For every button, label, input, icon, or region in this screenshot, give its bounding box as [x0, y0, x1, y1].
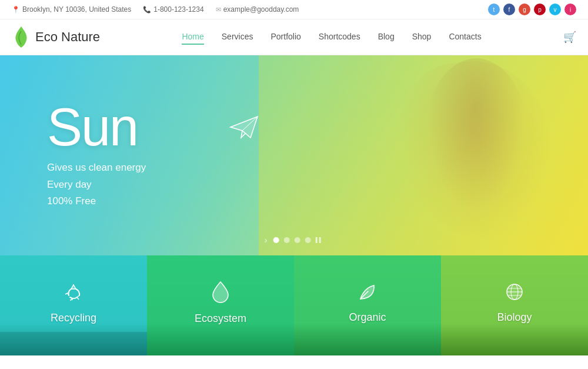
social-pinterest[interactable]: p [534, 4, 546, 15]
social-gplus[interactable]: g [519, 4, 530, 15]
social-twitter[interactable]: t [488, 4, 500, 15]
location-icon: 📍 [12, 6, 20, 14]
water-drop-icon [212, 281, 229, 308]
topbar-email: ✉ example@goodday.com [216, 5, 299, 14]
slider-dot-3[interactable] [294, 237, 300, 243]
nav-shortcodes[interactable]: Shortcodes [319, 29, 360, 45]
social-facebook[interactable]: f [503, 4, 515, 15]
phone-icon: 📞 [143, 6, 151, 14]
service-cards: Recycling Ecosystem O [0, 255, 588, 355]
paper-plane-icon [229, 114, 259, 144]
email-icon: ✉ [216, 6, 221, 14]
card-biology-label: Biology [497, 311, 532, 324]
topbar-address: 📍 Brooklyn, NY 10036, United States [12, 5, 131, 14]
logo-icon [12, 25, 31, 49]
hero-subtitle: Gives us clean energy Every day 100% Fre… [47, 159, 146, 211]
slider-dot-1[interactable] [273, 237, 279, 243]
recycle-icon [63, 281, 84, 307]
topbar: 📍 Brooklyn, NY 10036, United States 📞 1-… [0, 0, 588, 19]
card-recycling-label: Recycling [51, 312, 96, 324]
hero-title: Sun [47, 101, 146, 154]
header: Eco Nature Home Services Portfolio Short… [0, 19, 588, 55]
nav-blog[interactable]: Blog [378, 29, 395, 45]
card-recycling[interactable]: Recycling [0, 255, 147, 355]
social-instagram[interactable]: i [564, 4, 576, 15]
card-recycling-content: Recycling [0, 255, 147, 355]
hero-content: Sun Gives us clean energy Every day 100%… [0, 101, 146, 211]
slider-dot-2[interactable] [283, 237, 289, 243]
hero-background-figure [259, 55, 588, 255]
nav-shop[interactable]: Shop [412, 29, 432, 45]
nav-services[interactable]: Services [222, 29, 253, 45]
card-organic[interactable]: Organic [294, 255, 441, 355]
card-biology-content: Biology [441, 255, 588, 355]
slider-prev[interactable]: › [265, 235, 268, 245]
card-biology[interactable]: Biology [441, 255, 588, 355]
nav-contacts[interactable]: Contacts [449, 29, 481, 45]
slider-dot-4[interactable] [305, 237, 310, 243]
card-organic-label: Organic [349, 311, 386, 324]
slider-controls: › [265, 235, 324, 245]
topbar-left: 📍 Brooklyn, NY 10036, United States 📞 1-… [12, 5, 299, 14]
globe-icon [505, 282, 524, 307]
logo-text: Eco Nature [35, 29, 100, 45]
cart-icon[interactable]: 🛒 [563, 31, 576, 44]
slider-pause[interactable] [315, 237, 323, 243]
card-ecosystem-label: Ecosystem [195, 313, 246, 325]
nav: Home Services Portfolio Shortcodes Blog … [182, 29, 481, 45]
social-vimeo[interactable]: v [549, 4, 561, 15]
card-ecosystem-content: Ecosystem [147, 255, 294, 355]
nav-portfolio[interactable]: Portfolio [270, 29, 300, 45]
logo[interactable]: Eco Nature [12, 25, 100, 49]
leaf-icon [358, 282, 377, 307]
hero-section: Sun Gives us clean energy Every day 100%… [0, 55, 588, 255]
social-links: t f g p v i [488, 4, 576, 15]
nav-home[interactable]: Home [182, 29, 203, 45]
card-ecosystem[interactable]: Ecosystem [147, 255, 294, 355]
card-organic-content: Organic [294, 255, 441, 355]
topbar-phone: 📞 1-800-123-1234 [143, 5, 203, 14]
